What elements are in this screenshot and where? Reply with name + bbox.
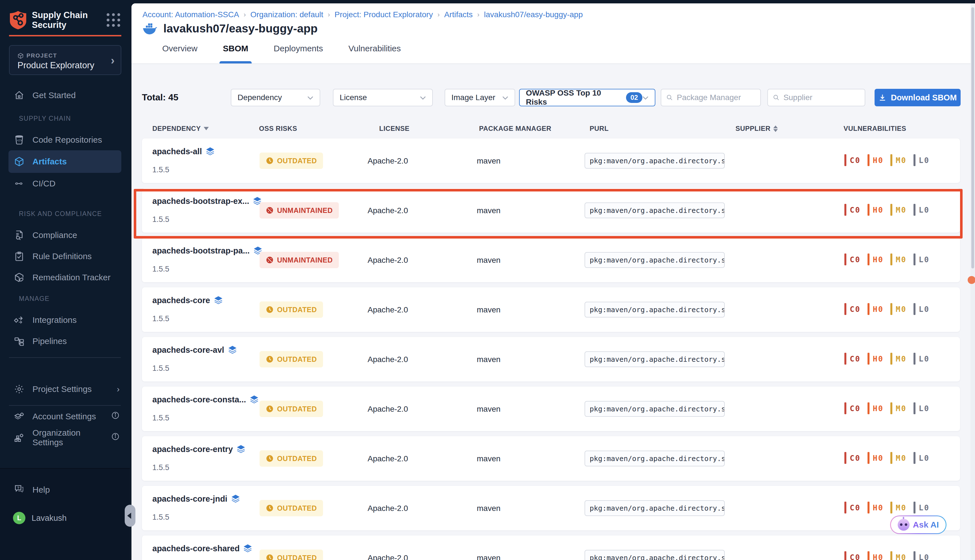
chevron-down-icon [307,93,314,102]
vuln-high: H0 [868,452,884,464]
license-cell: Apache-2.0 [367,157,408,165]
sidebar-collapse-handle[interactable] [125,505,135,527]
page-title: lavakush07/easy-buggy-app [164,22,318,35]
sidebar-item-cicd[interactable]: CI/CD [0,173,130,194]
table-row[interactable]: apacheds-all1.5.5OUTDATEDApache-2.0maven… [142,138,960,183]
project-selector[interactable]: PROJECT Product Exploratory › [9,45,121,75]
dependency-name[interactable]: apacheds-core-entry [152,445,246,454]
table-row[interactable]: apacheds-core-shared1.5.5OUTDATEDApache-… [142,535,960,560]
purl-pill[interactable]: pkg:maven/org.apache.directory.s… [584,500,725,516]
breadcrumb-item[interactable]: Artifacts [444,10,472,19]
dependency-name[interactable]: apacheds-all [152,147,215,156]
vulnerabilities-cell: C0H0M0L0 [845,452,930,464]
sidebar-item-label: Account Settings [32,412,96,421]
supplier-search-input[interactable] [783,93,860,102]
table-row[interactable]: apacheds-bootstrap-pa...1.5.5UNMAINTAINE… [142,238,960,282]
sidebar-item-label: Artifacts [32,157,67,167]
vuln-critical: C0 [845,253,861,265]
docker-icon [142,23,157,35]
vuln-medium: M0 [890,253,907,265]
sidebar-item-organization-settings[interactable]: Organization Settings [0,427,130,448]
column-supplier[interactable]: SUPPLIER [735,125,778,133]
breadcrumb-item[interactable]: Project: Product Exploratory [335,10,433,19]
table-row[interactable]: apacheds-bootstrap-ex...1.5.5UNMAINTAINE… [142,188,960,233]
package-manager-cell: maven [477,206,501,215]
sidebar-item-account-settings[interactable]: Account Settings [0,406,130,427]
sidebar-item-rule-definitions[interactable]: Rule Definitions [0,246,130,267]
nav-section-risk-and-compliance: RISK AND COMPLIANCE [0,208,130,219]
table-row[interactable]: apacheds-core-entry1.5.5OUTDATEDApache-2… [142,436,960,481]
dependency-filter-dropdown[interactable]: Dependency [231,89,320,106]
dependency-name[interactable]: apacheds-core-consta... [152,395,259,404]
dependency-name[interactable]: apacheds-bootstrap-pa... [152,246,263,255]
tab-overview[interactable]: Overview [162,44,197,63]
vuln-high: H0 [868,303,884,315]
tab-sbom[interactable]: SBOM [223,44,248,63]
sidebar-item-integrations[interactable]: Integrations [0,309,130,330]
annotation-dot [968,276,975,284]
download-sbom-button[interactable]: Download SBOM [875,89,961,106]
dependency-version: 1.5.5 [152,364,169,373]
sidebar-item-get-started[interactable]: Get Started [0,85,130,106]
sidebar-item-help[interactable]: ? Help [0,480,130,500]
sidebar-item-label: CI/CD [32,179,55,188]
vuln-high: H0 [868,253,884,265]
sidebar-item-artifacts[interactable]: Artifacts [8,150,121,173]
purl-pill[interactable]: pkg:maven/org.apache.directory.s… [584,451,725,467]
package-manager-search-input[interactable] [677,93,755,102]
table-row[interactable]: apacheds-core-consta...1.5.5OUTDATEDApac… [142,387,960,431]
scrollbar-thumb[interactable] [971,7,974,268]
vuln-high: H0 [868,402,884,414]
dependency-name[interactable]: apacheds-bootstrap-ex... [152,197,262,206]
vulnerabilities-cell: C0H0M0L0 [845,303,930,315]
vuln-medium: M0 [890,502,907,513]
sidebar-item-label: Organization Settings [32,428,103,447]
owasp-risks-filter-dropdown[interactable]: OWASP OSS Top 10 Risks 02 [519,89,655,106]
image-layer-filter-dropdown[interactable]: Image Layer [445,89,515,106]
dependency-name[interactable]: apacheds-core [152,296,223,305]
breadcrumb-item[interactable]: Organization: default [250,10,323,19]
supply-chain-security-logo-icon [9,10,27,30]
vuln-low: L0 [913,402,930,414]
table-row[interactable]: apacheds-core-jndi1.5.5OUTDATEDApache-2.… [142,486,960,530]
breadcrumb-item[interactable]: lavakush07/easy-buggy-app [484,10,583,19]
purl-pill[interactable]: pkg:maven/org.apache.directory.s… [584,252,725,268]
repo-icon: </> [14,135,24,145]
tab-vulnerabilities[interactable]: Vulnerabilities [349,44,401,63]
table-row[interactable]: apacheds-core1.5.5OUTDATEDApache-2.0mave… [142,287,960,332]
purl-pill[interactable]: pkg:maven/org.apache.directory.s… [584,550,725,560]
column-dependency[interactable]: DEPENDENCY [152,125,209,133]
app-switcher-icon[interactable] [105,12,121,28]
sidebar-item-pipelines[interactable]: Pipelines [0,330,130,352]
breadcrumb-item[interactable]: Account: Automation-SSCA [142,10,239,19]
purl-pill[interactable]: pkg:maven/org.apache.directory.s… [584,401,725,417]
sidebar-item-code-repositories[interactable]: </>Code Repositories [0,129,130,150]
package-manager-cell: maven [477,454,501,463]
page-header: Account: Automation-SSCA›Organization: d… [132,3,970,64]
breadcrumb-separator-icon: › [477,11,479,18]
purl-pill[interactable]: pkg:maven/org.apache.directory.s… [584,302,725,318]
sidebar-item-compliance[interactable]: Compliance [0,225,130,246]
oss-risk-badge: OUTDATED [260,401,323,417]
sidebar-item-remediation-tracker[interactable]: Remediation Tracker [0,267,130,288]
dependency-name[interactable]: apacheds-core-shared [152,544,252,553]
outdated-clock-icon [266,157,274,165]
purl-pill[interactable]: pkg:maven/org.apache.directory.s… [584,153,725,168]
purl-pill[interactable]: pkg:maven/org.apache.directory.s… [584,351,725,367]
tab-deployments[interactable]: Deployments [274,44,323,63]
package-manager-cell: maven [477,355,501,364]
user-menu[interactable]: L Lavakush [0,508,130,528]
package-manager-search [661,89,761,106]
tabs: OverviewSBOMDeploymentsVulnerabilities [162,44,401,63]
search-icon [666,94,673,101]
purl-pill[interactable]: pkg:maven/org.apache.directory.s… [584,202,725,218]
dependency-name[interactable]: apacheds-core-jndi [152,494,240,503]
license-filter-dropdown[interactable]: License [333,89,433,106]
table-row[interactable]: apacheds-core-avl1.5.5OUTDATEDApache-2.0… [142,337,960,382]
ask-ai-button[interactable]: Ask AI [890,515,947,534]
package-manager-cell: maven [477,256,501,265]
sidebar-item-project-settings[interactable]: Project Settings› [0,378,130,400]
dependency-name[interactable]: apacheds-core-avl [152,345,237,355]
clipboard-check-icon [14,251,24,262]
column-vulnerabilities: VULNERABILITIES [843,125,906,133]
